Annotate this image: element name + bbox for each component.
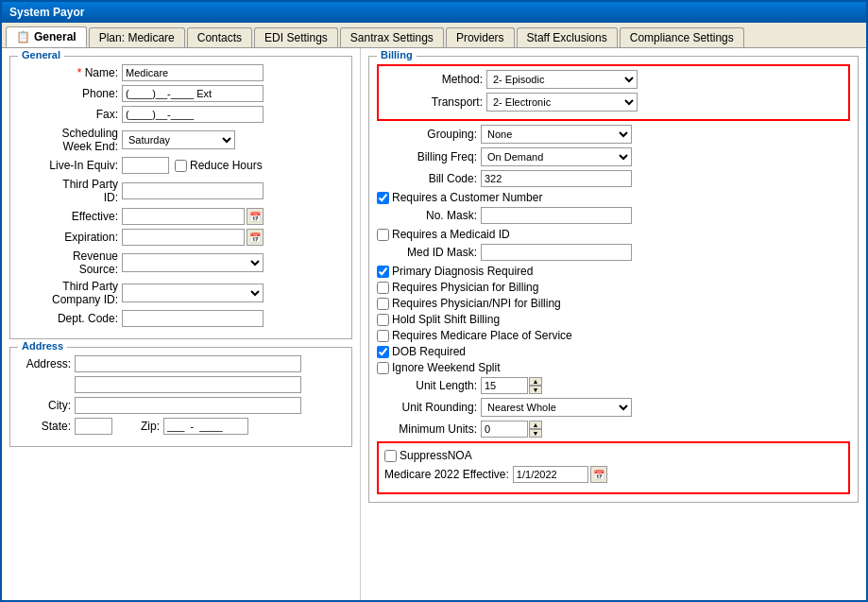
minimum-units-input[interactable]	[481, 421, 528, 438]
expiration-calendar-icon[interactable]: 📅	[247, 229, 264, 246]
hold-split-checkbox[interactable]	[377, 314, 389, 326]
scheduling-label: SchedulingWeek End:	[18, 127, 122, 153]
live-in-input[interactable]	[122, 157, 169, 174]
suppress-noa-checkbox[interactable]	[384, 450, 397, 462]
requires-physician-npi-label: Requires Physician/NPI for Billing	[392, 297, 561, 310]
tab-staff-exclusions-label: Staff Exclusions	[527, 31, 607, 44]
expiration-input[interactable]	[122, 229, 245, 246]
left-panel: General * Name: Phone: Fa	[2, 48, 361, 600]
fax-input[interactable]	[122, 106, 264, 123]
address-section: Address Address: City: State: Zip	[9, 347, 352, 447]
revenue-source-select[interactable]	[122, 253, 264, 272]
effective-input[interactable]	[122, 208, 245, 225]
tab-plan-medicare[interactable]: Plan: Medicare	[89, 27, 185, 47]
requires-physician-npi-checkbox[interactable]	[377, 298, 389, 310]
tab-compliance-settings[interactable]: Compliance Settings	[620, 27, 744, 47]
tab-contacts-label: Contacts	[197, 31, 242, 44]
med-id-mask-input[interactable]	[481, 244, 632, 261]
requires-medicaid-checkbox[interactable]	[377, 229, 389, 241]
minimum-units-spinner-container: ▲ ▼	[481, 421, 542, 438]
week-end-select[interactable]: Saturday Sunday	[122, 130, 235, 149]
tab-edi[interactable]: EDI Settings	[254, 27, 338, 47]
city-input[interactable]	[75, 397, 301, 414]
state-input[interactable]	[75, 418, 112, 435]
phone-row: Phone:	[18, 85, 344, 102]
method-label: Method:	[383, 73, 486, 86]
grouping-select[interactable]: None	[481, 125, 632, 144]
dob-required-checkbox[interactable]	[377, 346, 389, 358]
primary-diag-checkbox[interactable]	[377, 266, 389, 278]
dob-required-row: DOB Required	[377, 345, 850, 358]
effective-calendar-icon[interactable]: 📅	[247, 208, 264, 225]
tab-general[interactable]: 📋 General	[6, 26, 87, 47]
hold-split-row: Hold Split Shift Billing	[377, 313, 850, 326]
unit-length-spinner: ▲ ▼	[529, 377, 542, 394]
grouping-row: Grouping: None	[377, 125, 850, 144]
requires-physician-checkbox[interactable]	[377, 282, 389, 294]
tab-compliance-label: Compliance Settings	[630, 31, 734, 44]
reduce-hours-checkbox[interactable]	[175, 160, 187, 172]
zip-label: Zip:	[141, 420, 160, 433]
unit-length-down-btn[interactable]: ▼	[529, 386, 542, 394]
third-party-company-select[interactable]	[122, 284, 264, 302]
requires-medicare-label: Requires Medicare Place of Service	[392, 329, 572, 342]
address-input-2[interactable]	[75, 376, 301, 393]
requires-customer-checkbox[interactable]	[377, 192, 389, 204]
bill-code-input[interactable]	[481, 170, 632, 187]
title-bar: System Payor	[2, 2, 866, 23]
minimum-units-down-btn[interactable]: ▼	[529, 429, 542, 438]
tab-santrax[interactable]: Santrax Settings	[340, 27, 444, 47]
address-input-1[interactable]	[75, 355, 301, 372]
tab-general-icon: 📋	[16, 30, 30, 43]
requires-customer-row: Requires a Customer Number	[377, 191, 850, 204]
unit-length-up-btn[interactable]: ▲	[529, 377, 542, 386]
tab-plan-medicare-label: Plan: Medicare	[99, 31, 175, 44]
revenue-source-label: RevenueSource:	[18, 249, 122, 276]
fax-label: Fax:	[18, 108, 122, 121]
address-section-title: Address	[18, 340, 67, 352]
ignore-weekend-checkbox[interactable]	[377, 362, 389, 374]
tab-staff-exclusions[interactable]: Staff Exclusions	[517, 27, 618, 47]
unit-rounding-row: Unit Rounding: Nearest Whole	[377, 398, 850, 417]
name-input[interactable]	[122, 64, 264, 81]
window-title: System Payor	[9, 6, 84, 19]
medicare-2022-row: Medicare 2022 Effective: 📅	[384, 466, 842, 483]
billing-freq-select[interactable]: On Demand	[481, 147, 632, 166]
primary-diag-label: Primary Diagnosis Required	[392, 265, 533, 278]
no-mask-input[interactable]	[481, 207, 632, 224]
grouping-label: Grouping:	[377, 128, 481, 141]
requires-medicare-checkbox[interactable]	[377, 330, 389, 342]
transport-select[interactable]: 2- Electronic 1- Paper	[486, 93, 638, 112]
requires-medicaid-label: Requires a Medicaid ID	[392, 228, 510, 241]
minimum-units-row: Minimum Units: ▲ ▼	[377, 421, 850, 438]
third-party-id-row: Third PartyID:	[18, 178, 344, 204]
medicare-2022-calendar-icon[interactable]: 📅	[590, 466, 607, 483]
no-mask-label: No. Mask:	[377, 209, 481, 222]
method-highlight: Method: 2- Episodic 1- Per Visit Transpo…	[377, 64, 850, 121]
name-label: * Name:	[18, 66, 122, 79]
bill-code-row: Bill Code:	[377, 170, 850, 187]
medicare-2022-input[interactable]	[513, 466, 588, 483]
medicare-2022-label: Medicare 2022 Effective:	[384, 468, 513, 481]
requires-physician-npi-row: Requires Physician/NPI for Billing	[377, 297, 850, 310]
unit-length-input[interactable]	[481, 377, 528, 394]
ignore-weekend-label: Ignore Weekend Split	[392, 361, 501, 374]
phone-input[interactable]	[122, 85, 264, 102]
name-row: * Name:	[18, 64, 344, 81]
tab-providers[interactable]: Providers	[446, 27, 515, 47]
tab-contacts[interactable]: Contacts	[187, 27, 252, 47]
right-panel: Billing Method: 2- Episodic 1- Per Visit…	[361, 48, 866, 600]
address-row-2	[18, 376, 344, 393]
unit-rounding-select[interactable]: Nearest Whole	[481, 398, 632, 417]
expiration-row: Expiration: 📅	[18, 229, 344, 246]
minimum-units-up-btn[interactable]: ▲	[529, 421, 542, 429]
no-mask-row: No. Mask:	[377, 207, 850, 224]
third-party-id-input[interactable]	[122, 182, 264, 199]
dept-code-row: Dept. Code:	[18, 310, 344, 327]
suppress-noa-row: SuppressNOA	[384, 449, 842, 462]
dept-code-input[interactable]	[122, 310, 264, 327]
zip-input[interactable]	[163, 418, 248, 435]
third-party-company-label: Third PartyCompany ID:	[18, 280, 122, 306]
method-select[interactable]: 2- Episodic 1- Per Visit	[486, 70, 638, 89]
fax-row: Fax:	[18, 106, 344, 123]
